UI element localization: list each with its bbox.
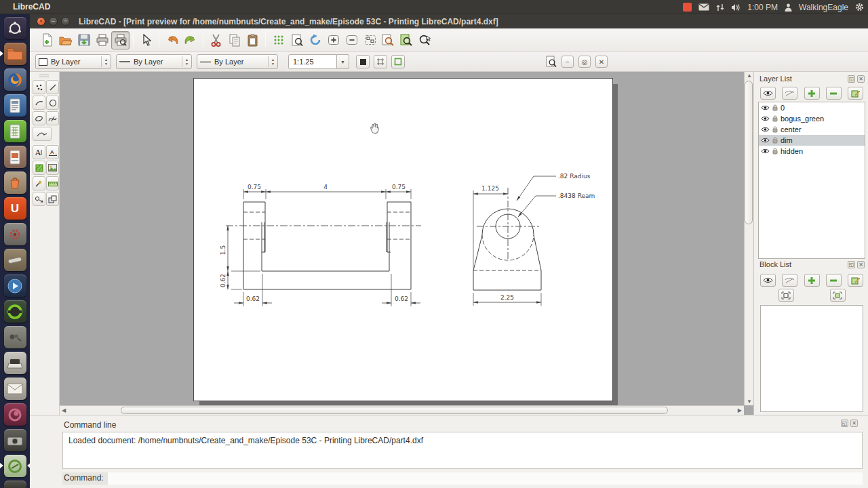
launcher-dash-icon[interactable] [4, 17, 26, 39]
print-button[interactable] [93, 31, 111, 49]
image-tool-button[interactable] [46, 161, 59, 175]
redraw-button[interactable] [306, 31, 324, 49]
global-menu-app-name[interactable]: LibreCAD [13, 2, 50, 12]
print-scale-input[interactable]: 1:1.25 [288, 54, 337, 69]
circle-tool-button[interactable] [46, 96, 59, 110]
preview-close-button[interactable]: ✕ [595, 56, 608, 68]
select-tool-button[interactable] [33, 192, 45, 206]
launcher-settings-icon[interactable] [4, 223, 26, 245]
launcher-swirl-icon[interactable] [4, 403, 26, 426]
pen-linetype-select[interactable]: By Layer ▲▼ [197, 54, 278, 69]
layer-lock-icon[interactable] [772, 115, 778, 122]
save-button[interactable] [75, 31, 93, 49]
launcher-files-icon[interactable] [4, 43, 26, 65]
open-file-button[interactable] [56, 31, 75, 49]
layer-row[interactable]: hidden [759, 146, 865, 157]
add-block-button[interactable] [804, 274, 820, 287]
polyline-tool-button[interactable] [33, 127, 52, 141]
close-panel-icon[interactable]: ✕ [850, 420, 858, 427]
redo-button[interactable] [181, 31, 199, 49]
launcher-software-center-icon[interactable] [4, 171, 26, 194]
username[interactable]: WalkingEagle [799, 3, 848, 12]
paste-button[interactable] [243, 31, 262, 49]
preview-center-button[interactable]: ◎ [578, 56, 591, 68]
print-preview-button[interactable] [111, 31, 130, 49]
launcher-mail-icon[interactable] [4, 378, 26, 400]
close-button[interactable]: × [37, 17, 45, 26]
layer-visible-icon[interactable] [761, 116, 770, 121]
zoom-pan-button[interactable] [416, 31, 434, 49]
text-tool-button[interactable]: A [33, 145, 45, 159]
zoom-page-button[interactable] [288, 31, 306, 49]
float-panel-icon[interactable]: ◱ [848, 75, 855, 83]
show-all-blocks-button[interactable] [760, 274, 776, 287]
insert-block-button[interactable] [830, 289, 846, 302]
vertical-scrollbar-thumb[interactable] [745, 81, 753, 224]
launcher-scanner-icon[interactable] [4, 352, 26, 374]
block-list[interactable] [760, 305, 863, 412]
command-history[interactable]: Loaded document: /home/numbnuts/Create_a… [62, 432, 863, 469]
points-tool-button[interactable] [33, 80, 45, 94]
launcher-media-player-icon[interactable] [4, 274, 26, 297]
launcher-green-ring-icon[interactable] [4, 300, 26, 323]
scale-dropdown-button[interactable]: ▼ [337, 54, 349, 69]
layer-visible-icon[interactable] [761, 105, 770, 110]
close-panel-icon[interactable]: ✕ [857, 75, 865, 83]
close-panel-icon[interactable]: ✕ [857, 261, 865, 268]
black-white-toggle-button[interactable] [356, 55, 370, 68]
horizontal-scrollbar-thumb[interactable] [121, 407, 668, 414]
zoom-window-button[interactable] [361, 31, 379, 49]
volume-icon[interactable] [731, 3, 741, 12]
dimension-tool-button[interactable]: A [46, 145, 59, 159]
hide-all-layers-button[interactable] [782, 87, 797, 100]
layer-row[interactable]: center [759, 124, 865, 135]
launcher-ubuntu-one-icon[interactable]: U [4, 197, 26, 220]
session-gear-icon[interactable] [855, 3, 864, 12]
minimize-button[interactable]: – [49, 17, 58, 26]
edit-layer-button[interactable] [848, 87, 863, 100]
layer-row[interactable]: 0 [759, 102, 865, 113]
float-panel-icon[interactable]: ◱ [848, 261, 855, 268]
create-block-button[interactable] [778, 289, 794, 302]
center-page-button[interactable] [391, 55, 405, 68]
launcher-calc-icon[interactable] [4, 120, 26, 142]
layer-visible-icon[interactable] [761, 127, 770, 132]
line-tool-button[interactable] [46, 80, 59, 94]
undo-button[interactable] [163, 31, 181, 49]
command-input[interactable] [108, 472, 863, 485]
launcher-impress-icon[interactable] [4, 146, 26, 168]
ellipse-tool-button[interactable] [33, 111, 45, 125]
fit-page-button[interactable] [374, 55, 387, 68]
launcher-firefox-icon[interactable] [4, 68, 26, 91]
float-panel-icon[interactable]: ◱ [841, 420, 848, 427]
maximize-button[interactable]: ▫ [61, 17, 70, 26]
drawing-viewport[interactable]: 0.75 4 0.75 1.5 0.62 0.62 0.62 1.125 2.2… [60, 72, 744, 405]
launcher-tools-icon[interactable] [4, 326, 26, 348]
mail-icon[interactable] [698, 3, 709, 11]
zoom-previous-button[interactable] [379, 31, 397, 49]
clock[interactable]: 1:00 PM [747, 3, 778, 12]
layer-visible-icon[interactable] [761, 148, 770, 154]
pen-width-select[interactable]: By Layer ▲▼ [116, 54, 192, 69]
launcher-partial-icon[interactable] [4, 481, 26, 488]
edit-block-button[interactable] [848, 274, 863, 287]
layer-lock-icon[interactable] [772, 126, 778, 133]
modify-tool-button[interactable] [33, 176, 45, 190]
network-icon[interactable] [716, 3, 724, 12]
add-layer-button[interactable] [804, 87, 820, 100]
palette-handle[interactable] [39, 75, 49, 77]
launcher-utility-icon[interactable] [4, 249, 26, 271]
show-all-layers-button[interactable] [760, 87, 776, 100]
hide-all-blocks-button[interactable] [782, 274, 797, 287]
layer-lock-icon[interactable] [772, 137, 778, 144]
new-document-button[interactable] [38, 31, 56, 49]
select-pointer-button[interactable] [137, 31, 155, 49]
grid-toggle-button[interactable] [269, 31, 288, 49]
pen-color-select[interactable]: By Layer ▲▼ [35, 54, 111, 69]
layer-row[interactable]: bogus_green [759, 113, 865, 124]
launcher-librecad-icon[interactable] [4, 455, 26, 477]
spline-tool-button[interactable] [46, 111, 59, 125]
remove-block-button[interactable] [826, 274, 842, 287]
layer-lock-icon[interactable] [772, 104, 778, 111]
launcher-camera-icon[interactable] [4, 429, 26, 451]
